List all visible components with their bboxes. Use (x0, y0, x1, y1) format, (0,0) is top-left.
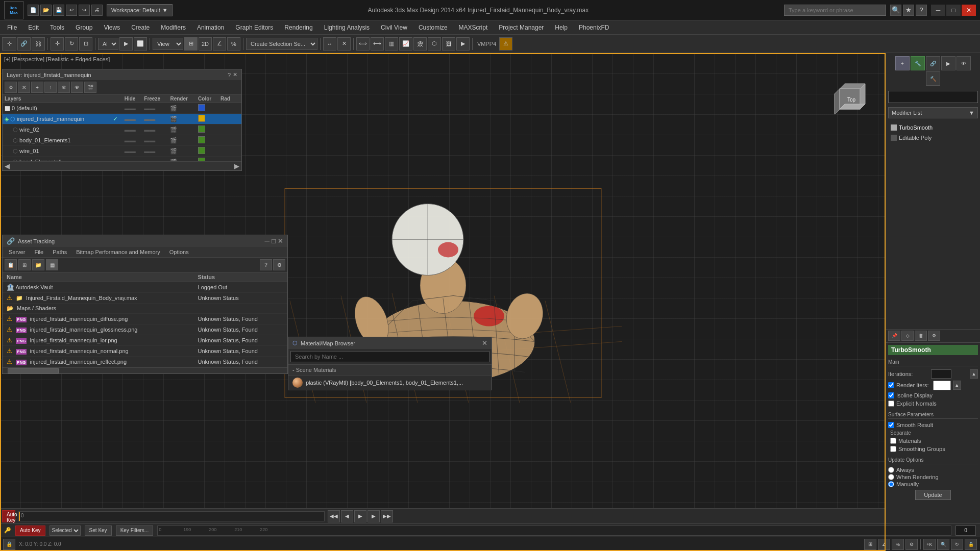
asset-panel-header[interactable]: 🔗 Asset Tracking ─ □ ✕ (3, 235, 287, 247)
smooth-result-check[interactable] (888, 422, 894, 428)
menu-help[interactable]: Help (550, 20, 573, 34)
isoline-check[interactable] (888, 392, 894, 398)
material-browser-header[interactable]: ⬡ Material/Map Browser ✕ (288, 337, 492, 349)
menu-lighting-analysis[interactable]: Lighting Analysis (319, 20, 375, 34)
asset-thumbnail-view[interactable]: ⊞ (18, 259, 31, 270)
configure-modifiers-btn[interactable]: ⚙ (928, 331, 940, 341)
menu-tools[interactable]: Tools (45, 20, 69, 34)
table-row[interactable]: ⚠ PNG injured_firstaid_mannequin_reflect… (3, 357, 287, 367)
asset-menu-paths[interactable]: Paths (48, 248, 71, 256)
auto-key-btn[interactable]: Auto Key (2, 510, 15, 522)
layers-add-btn[interactable]: + (31, 82, 43, 93)
table-row[interactable]: ◈ ⬡ injured_firstaid_mannequin ✓ ▬▬ ▬▬ 🎬 (3, 114, 241, 124)
menu-create[interactable]: Create (126, 20, 155, 34)
asset-list-view[interactable]: 📋 (5, 259, 17, 270)
asset-menu-file[interactable]: File (30, 248, 47, 256)
layers-scroll[interactable]: Layers Hide Freeze Render Color Rad ⬜ 0 … (3, 95, 241, 161)
last-frame-btn[interactable]: ▶▶ (381, 510, 393, 522)
workspace-selector[interactable]: Workspace: Default ▼ (107, 4, 173, 16)
menu-animation[interactable]: Animation (192, 20, 229, 34)
edit-named-selection[interactable]: ↔ (323, 37, 336, 51)
modifier-editable-poly[interactable]: Editable Poly (888, 133, 978, 143)
render-iters-check[interactable] (888, 382, 894, 388)
iterations-spinner[interactable]: 2 (931, 369, 951, 379)
open-button[interactable]: 📂 (40, 5, 52, 16)
search-button[interactable]: 🔍 (890, 5, 901, 16)
toolbar-scale[interactable]: ⊡ (79, 37, 92, 51)
asset-scrollbar-thumb[interactable] (8, 368, 59, 373)
menu-project-manager[interactable]: Project Manager (494, 20, 549, 34)
frame-input[interactable] (955, 525, 976, 536)
table-row[interactable]: 📂 Maps / Shaders (3, 304, 287, 314)
save-button[interactable]: 💾 (53, 5, 64, 16)
material-search-input[interactable] (290, 351, 489, 362)
update-button[interactable]: Update (915, 490, 950, 500)
layers-remove-btn[interactable]: ✕ (18, 82, 30, 93)
asset-grid-view[interactable]: ▦ (46, 259, 58, 270)
iterations-up[interactable]: ▲ (970, 369, 978, 379)
object-name-input[interactable]: head_Elements1 (888, 91, 978, 103)
create-selection[interactable]: Create Selection Se... (246, 38, 317, 50)
remove-named[interactable]: ✕ (337, 37, 351, 51)
manually-radio[interactable] (888, 481, 894, 487)
close-button[interactable]: ✕ (962, 5, 976, 16)
material-item[interactable]: plastic (VRayMtl) [body_00_Elements1, bo… (288, 375, 492, 390)
layers-freeze-btn[interactable]: ❄ (58, 82, 70, 93)
asset-settings[interactable]: ⚙ (273, 259, 285, 270)
always-radio[interactable] (888, 467, 894, 473)
material-editor[interactable]: ⬡ (428, 37, 441, 51)
addkey-btn[interactable]: +K (923, 539, 936, 550)
table-row[interactable]: ⚠ PNG injured_firstaid_mannequin_normal.… (3, 346, 287, 357)
viewcube[interactable]: Top (829, 79, 870, 119)
view-select[interactable]: View (153, 38, 183, 50)
layers-hide-btn[interactable]: 👁 (71, 82, 83, 93)
menu-file[interactable]: File (2, 20, 22, 34)
table-row[interactable]: ⚠ PNG injured_firstaid_mannequin_diffuse… (3, 314, 287, 324)
layer-manager[interactable]: ▥ (385, 37, 398, 51)
table-row[interactable]: ⬡ wire_01 ▬▬ ▬▬ 🎬 (3, 146, 241, 157)
table-row[interactable]: ⚠ PNG injured_firstaid_mannequin_ior.png… (3, 335, 287, 346)
table-row[interactable]: 🏦 Autodesk Vault Logged Out (3, 282, 287, 293)
asset-scrollbar[interactable] (3, 367, 287, 373)
modifier-list-dropdown[interactable]: Modifier List ▼ (888, 107, 978, 118)
quick-render[interactable]: ▶ (456, 37, 470, 51)
menu-rendering[interactable]: Rendering (279, 20, 317, 34)
menu-views[interactable]: Views (99, 20, 125, 34)
layers-move-btn[interactable]: ↑ (44, 82, 57, 93)
minimize-button[interactable]: ─ (931, 5, 945, 16)
layers-render-btn[interactable]: 🎬 (84, 82, 96, 93)
help-button[interactable]: ? (916, 5, 927, 16)
print-button[interactable]: 🖨 (91, 5, 103, 16)
make-unique-btn[interactable]: ◇ (901, 331, 914, 341)
filterkeys-btn[interactable]: 🔍 (937, 539, 949, 550)
bookmark-button[interactable]: ★ (903, 5, 914, 16)
menu-customize[interactable]: Customize (413, 20, 453, 34)
menu-maxscript[interactable]: MAXScript (454, 20, 493, 34)
key-filters-btn[interactable]: Key Filters... (116, 525, 154, 536)
asset-folder-view[interactable]: 📁 (32, 259, 44, 270)
layers-help-btn[interactable]: ? (228, 71, 231, 78)
warning-button[interactable]: ⚠ (499, 37, 512, 51)
selection-lock-btn[interactable]: 🔒 (3, 539, 15, 550)
menu-civil-view[interactable]: Civil View (376, 20, 412, 34)
asset-close[interactable]: ✕ (278, 237, 283, 245)
prev-frame-btn[interactable]: ◀ (341, 510, 353, 522)
asset-help[interactable]: ? (260, 259, 272, 270)
layers-settings-btn[interactable]: ⚙ (5, 82, 17, 93)
utilities-panel-btn[interactable]: 🔨 (926, 71, 940, 86)
toolbar-link[interactable]: 🔗 (17, 37, 31, 51)
render-iters-spinner[interactable]: 3 (933, 381, 951, 390)
schematic-view[interactable]: 🕸 (413, 37, 427, 51)
snap-percent[interactable]: % (227, 37, 240, 51)
orbit-subobj-btn[interactable]: ↻ (951, 539, 963, 550)
align[interactable]: ⟷ (371, 37, 384, 51)
materials-check[interactable] (890, 438, 896, 444)
next-frame-btn[interactable]: ▶ (368, 510, 380, 522)
snap-toggle[interactable]: ⊞ (184, 37, 198, 51)
toolbar-select[interactable]: ⊹ (2, 37, 16, 51)
asset-menu-server[interactable]: Server (5, 248, 29, 256)
filter-select[interactable]: All (98, 38, 118, 50)
menu-graph-editors[interactable]: Graph Editors (230, 20, 278, 34)
explicit-normals-check[interactable] (888, 400, 894, 407)
auto-key-status[interactable]: Auto Key (15, 525, 45, 536)
